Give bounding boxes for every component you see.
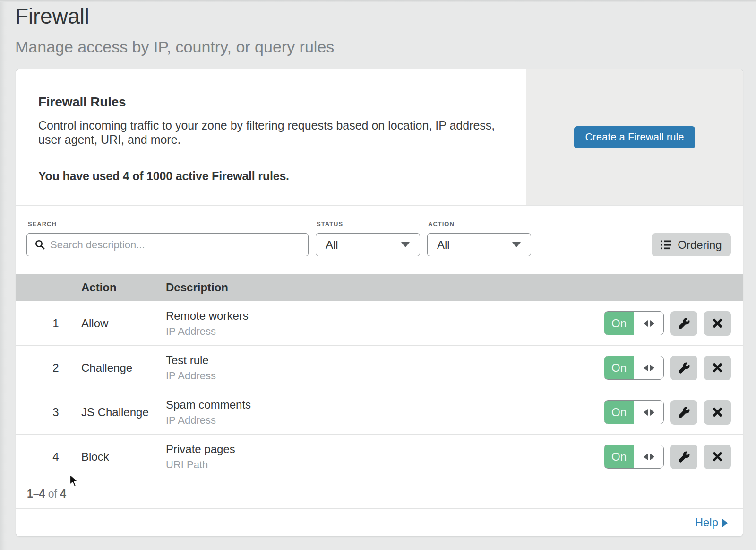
toggle-on-segment[interactable]: On xyxy=(604,312,634,335)
hero-text-panel: Firewall Rules Control incoming traffic … xyxy=(16,69,526,205)
right-triangle-icon xyxy=(722,519,728,527)
rule-priority: 1 xyxy=(47,317,64,330)
rule-description: Remote workers xyxy=(166,309,249,323)
x-icon xyxy=(712,407,723,418)
status-select[interactable]: All xyxy=(316,233,420,256)
hero-action-panel: Create a Firewall rule xyxy=(526,69,743,205)
action-label: ACTION xyxy=(428,220,455,227)
page-title: Firewall xyxy=(15,3,756,29)
toggle-handle[interactable] xyxy=(634,312,663,335)
search-label: SEARCH xyxy=(28,220,57,227)
arrow-left-icon xyxy=(644,409,648,416)
rule-priority: 3 xyxy=(47,406,64,419)
ordering-button-label: Ordering xyxy=(678,238,722,252)
arrow-left-icon xyxy=(644,454,648,460)
toggle-handle[interactable] xyxy=(634,356,663,379)
arrow-right-icon xyxy=(650,454,654,460)
toggle-on-segment[interactable]: On xyxy=(604,445,634,468)
wrench-icon xyxy=(678,317,690,330)
pagination-total: 4 xyxy=(60,488,66,500)
search-icon xyxy=(35,240,45,250)
page-subtitle: Manage access by IP, country, or query r… xyxy=(15,38,756,56)
x-icon xyxy=(712,451,723,462)
ordering-button[interactable]: Ordering xyxy=(652,233,731,256)
delete-rule-button[interactable] xyxy=(704,311,731,336)
column-header-description: Description xyxy=(166,281,228,294)
chevron-down-icon xyxy=(401,242,410,247)
x-icon xyxy=(712,318,723,329)
wrench-icon xyxy=(678,406,690,419)
page-header: Firewall Manage access by IP, country, o… xyxy=(0,0,756,56)
rule-priority: 4 xyxy=(47,450,64,463)
arrow-left-icon xyxy=(644,365,648,371)
rule-description: Private pages xyxy=(166,442,235,456)
edit-rule-button[interactable] xyxy=(670,356,697,380)
delete-rule-button[interactable] xyxy=(704,356,731,380)
edit-rule-button[interactable] xyxy=(670,445,697,469)
arrow-right-icon xyxy=(650,320,654,327)
rule-enabled-toggle[interactable]: On xyxy=(604,445,664,469)
help-link[interactable]: Help xyxy=(695,516,728,529)
chevron-down-icon xyxy=(512,242,521,247)
wrench-icon xyxy=(678,362,690,374)
arrow-right-icon xyxy=(650,365,654,371)
rule-enabled-toggle[interactable]: On xyxy=(604,311,664,335)
column-header-action: Action xyxy=(81,281,117,294)
rule-match-type: IP Address xyxy=(166,324,249,338)
pagination-range: 1–4 xyxy=(27,488,45,500)
table-row: 1 Allow Remote workers IP Address On xyxy=(16,301,743,346)
rule-action: Challenge xyxy=(81,361,132,375)
pagination-text: 1–4 of 4 xyxy=(27,488,66,500)
rule-enabled-toggle[interactable]: On xyxy=(604,400,664,424)
create-firewall-rule-button[interactable]: Create a Firewall rule xyxy=(574,126,695,148)
delete-rule-button[interactable] xyxy=(704,445,731,469)
rule-description: Spam comments xyxy=(166,398,251,412)
row-controls: On xyxy=(604,311,731,336)
search-box[interactable] xyxy=(26,233,309,256)
toggle-on-segment[interactable]: On xyxy=(604,356,634,379)
help-link-label: Help xyxy=(695,516,718,529)
rule-match-type: IP Address xyxy=(166,369,216,383)
row-controls: On xyxy=(604,400,731,425)
rule-enabled-toggle[interactable]: On xyxy=(604,356,664,380)
rule-match-type: IP Address xyxy=(166,413,251,427)
arrow-right-icon xyxy=(650,409,654,416)
hero-description: Control incoming traffic to your zone by… xyxy=(38,118,498,147)
status-label: STATUS xyxy=(317,220,343,227)
rule-description-cell: Spam comments IP Address xyxy=(166,398,251,427)
action-select[interactable]: All xyxy=(427,233,531,256)
hero-heading: Firewall Rules xyxy=(38,95,498,110)
table-row: 4 Block Private pages URI Path On xyxy=(16,435,743,479)
search-input[interactable] xyxy=(50,239,301,251)
arrow-left-icon xyxy=(644,320,648,327)
rule-action: JS Challenge xyxy=(81,406,149,419)
rule-description-cell: Test rule IP Address xyxy=(166,353,216,383)
rule-action: Block xyxy=(81,450,109,463)
action-select-value: All xyxy=(437,238,450,252)
pagination-bar: 1–4 of 4 xyxy=(16,479,743,508)
usage-note: You have used 4 of 1000 active Firewall … xyxy=(38,169,498,183)
row-controls: On xyxy=(604,356,731,380)
hero-description-line1: Control incoming traffic to your zone by… xyxy=(38,118,498,132)
toggle-handle[interactable] xyxy=(634,401,663,424)
edit-rule-button[interactable] xyxy=(670,400,697,425)
rule-action: Allow xyxy=(81,317,108,330)
firewall-rules-card: Firewall Rules Control incoming traffic … xyxy=(16,69,743,537)
list-icon xyxy=(661,240,671,250)
help-bar: Help xyxy=(16,508,743,536)
table-header: Action Description xyxy=(16,274,743,301)
rule-description: Test rule xyxy=(166,353,216,367)
wrench-icon xyxy=(678,451,690,463)
status-select-value: All xyxy=(326,238,338,252)
rule-priority: 2 xyxy=(47,361,64,375)
toggle-handle[interactable] xyxy=(634,445,663,468)
toggle-on-segment[interactable]: On xyxy=(604,401,634,424)
delete-rule-button[interactable] xyxy=(704,400,731,425)
hero-section: Firewall Rules Control incoming traffic … xyxy=(16,69,743,206)
pagination-connector: of xyxy=(48,488,57,500)
table-row: 3 JS Challenge Spam comments IP Address … xyxy=(16,390,743,435)
row-controls: On xyxy=(604,445,731,469)
hero-description-line2: user agent, URI, and more. xyxy=(38,132,498,147)
edit-rule-button[interactable] xyxy=(670,311,697,336)
rule-description-cell: Remote workers IP Address xyxy=(166,309,249,338)
